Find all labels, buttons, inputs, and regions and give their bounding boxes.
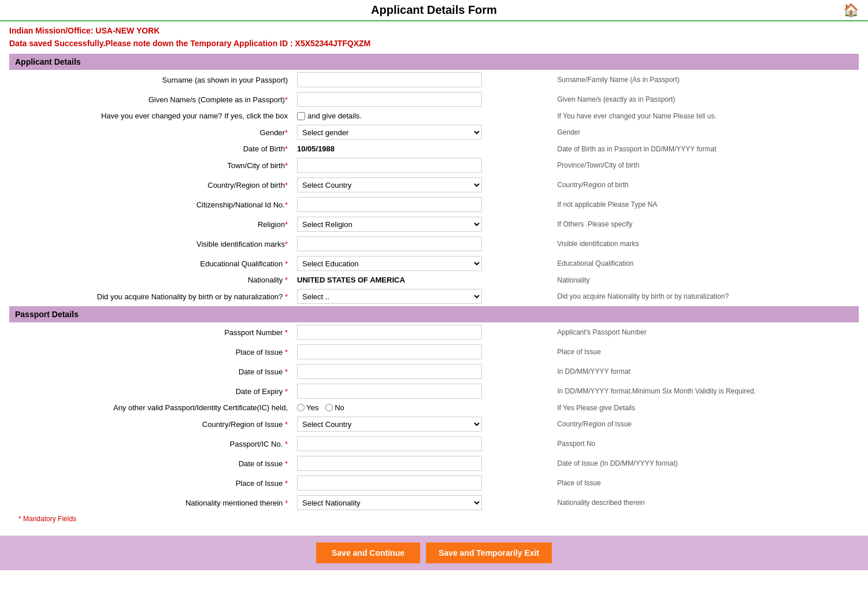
- other-passport-yes-label[interactable]: Yes: [297, 403, 318, 412]
- country-birth-select[interactable]: Select Country: [297, 177, 482, 192]
- country-birth-label: Country/Region of birth*: [9, 175, 292, 195]
- passport-form-table: Passport Number * Applicant's Passport N…: [9, 322, 859, 512]
- city-birth-input[interactable]: [297, 158, 482, 173]
- education-select[interactable]: Select Education Below Matriculation Mat…: [297, 256, 482, 271]
- table-row: Have you ever changed your name? If yes,…: [9, 109, 859, 122]
- table-row: Citizenship/National Id No.* If not appl…: [9, 195, 859, 214]
- mandatory-note: * Mandatory Fields: [9, 512, 859, 525]
- other-nationality-label: Nationality mentioned therein *: [9, 493, 292, 512]
- other-passport-number-input[interactable]: [297, 436, 482, 451]
- other-nationality-select[interactable]: Select Nationality: [297, 495, 482, 510]
- name-change-checkbox[interactable]: [297, 112, 305, 120]
- surname-hint: Surname/Family Name (As in Passport): [552, 70, 859, 90]
- religion-select[interactable]: Select Religion Hindu Muslim Christian S…: [297, 217, 482, 232]
- place-of-issue-input-cell: [292, 342, 552, 362]
- surname-input-cell: [292, 70, 552, 90]
- country-birth-input-cell: Select Country: [292, 175, 552, 195]
- other-country-hint: Country/Region of Issue: [552, 414, 859, 434]
- table-row: Nationality * UNITED STATES OF AMERICA N…: [9, 273, 859, 287]
- place-of-issue-label: Place of Issue *: [9, 342, 292, 362]
- other-passport-number-input-cell: [292, 434, 552, 454]
- given-name-label: Given Name/s (Complete as in Passport)*: [9, 90, 292, 109]
- other-date-of-issue-hint: Date of Issue (In DD/MM/YYYY format): [552, 454, 859, 473]
- other-date-of-issue-input[interactable]: [297, 456, 482, 471]
- other-passport-no-radio[interactable]: [325, 404, 333, 411]
- other-passport-label: Any other valid Passport/Identity Certif…: [9, 401, 292, 414]
- mandatory-text: Mandatory Fields: [23, 515, 76, 523]
- other-place-of-issue-input[interactable]: [297, 475, 482, 491]
- table-row: Town/City of birth* Province/Town/City o…: [9, 155, 859, 175]
- name-change-suffix: and give details.: [307, 112, 362, 120]
- other-nationality-hint: Nationality described therein: [552, 493, 859, 512]
- other-passport-number-hint: Passport No: [552, 434, 859, 454]
- gender-input-cell: Select gender Male Female Other: [292, 122, 552, 142]
- gender-select[interactable]: Select gender Male Female Other: [297, 125, 482, 140]
- national-id-hint: If not applicable Please Type NA: [552, 195, 859, 214]
- other-passport-yes-radio[interactable]: [297, 404, 305, 411]
- date-of-issue-hint: In DD/MM/YYYY format: [552, 362, 859, 381]
- visible-marks-label: Visible identification marks*: [9, 234, 292, 254]
- visible-marks-input-cell: [292, 234, 552, 254]
- other-country-label: Country/Region of Issue *: [9, 414, 292, 434]
- education-label: Educational Qualification *: [9, 254, 292, 273]
- other-date-of-issue-input-cell: [292, 454, 552, 473]
- table-row: Place of Issue * Place of Issue: [9, 473, 859, 493]
- given-name-input[interactable]: [297, 92, 482, 107]
- nationality-hint: Nationality: [552, 273, 859, 287]
- save-continue-button[interactable]: Save and Continue: [316, 543, 420, 563]
- home-icon[interactable]: 🏠: [843, 3, 859, 18]
- date-of-issue-input[interactable]: [297, 364, 482, 379]
- dob-value-cell: 10/05/1988: [292, 142, 552, 155]
- passport-section-header: Passport Details: [9, 306, 859, 322]
- visible-marks-input[interactable]: [297, 236, 482, 251]
- nationality-acquire-select[interactable]: Select .. By Birth By Naturalization: [297, 289, 482, 304]
- other-place-of-issue-input-cell: [292, 473, 552, 493]
- education-hint: Educational Qualification: [552, 254, 859, 273]
- other-place-of-issue-label: Place of Issue *: [9, 473, 292, 493]
- surname-label: Surname (as shown in your Passport): [9, 70, 292, 90]
- application-id: X5X52344JTFQXZM: [295, 39, 371, 48]
- applicant-section-header: Applicant Details: [9, 54, 859, 70]
- other-passport-no-label[interactable]: No: [325, 403, 344, 412]
- name-change-label: Have you ever changed your name? If yes,…: [9, 109, 292, 122]
- main-content: Indian Mission/Office: USA-NEW YORK Data…: [0, 21, 868, 530]
- applicant-form-table: Surname (as shown in your Passport) Surn…: [9, 70, 859, 306]
- national-id-input-cell: [292, 195, 552, 214]
- other-place-of-issue-hint: Place of Issue: [552, 473, 859, 493]
- city-birth-hint: Province/Town/City of birth: [552, 155, 859, 175]
- save-exit-button[interactable]: Save and Temporarily Exit: [426, 543, 552, 563]
- mission-line: Indian Mission/Office: USA-NEW YORK: [9, 26, 859, 35]
- table-row: Surname (as shown in your Passport) Surn…: [9, 70, 859, 90]
- place-of-issue-hint: Place of Issue: [552, 342, 859, 362]
- nationality-acquire-input-cell: Select .. By Birth By Naturalization: [292, 287, 552, 306]
- religion-hint: If Others .Please specify: [552, 214, 859, 234]
- nationality-label: Nationality *: [9, 273, 292, 287]
- table-row: Educational Qualification * Select Educa…: [9, 254, 859, 273]
- city-birth-input-cell: [292, 155, 552, 175]
- name-change-cell: and give details.: [292, 109, 552, 122]
- visible-marks-hint: Visible identification marks: [552, 234, 859, 254]
- date-of-expiry-input[interactable]: [297, 384, 482, 399]
- table-row: Visible identification marks* Visible id…: [9, 234, 859, 254]
- table-row: Date of Issue * In DD/MM/YYYY format: [9, 362, 859, 381]
- table-row: Date of Birth* 10/05/1988 Date of Birth …: [9, 142, 859, 155]
- passport-number-hint: Applicant's Passport Number: [552, 322, 859, 342]
- surname-input[interactable]: [297, 72, 482, 87]
- table-row: Country/Region of birth* Select Country …: [9, 175, 859, 195]
- page-wrapper: Applicant Details Form 🏠 Indian Mission/…: [0, 0, 868, 613]
- national-id-input[interactable]: [297, 197, 482, 212]
- country-birth-hint: Country/Region of birth: [552, 175, 859, 195]
- other-country-select[interactable]: Select Country: [297, 417, 482, 432]
- passport-number-input[interactable]: [297, 325, 482, 340]
- nationality-acquire-hint: Did you acquire Nationality by birth or …: [552, 287, 859, 306]
- saved-notice: Data saved Successfully.Please note down…: [9, 39, 859, 48]
- passport-number-input-cell: [292, 322, 552, 342]
- gender-label: Gender*: [9, 122, 292, 142]
- date-of-expiry-hint: In DD/MM/YYYY format.Minimum Six Month V…: [552, 381, 859, 401]
- other-passport-hint: If Yes Please give Details: [552, 401, 859, 414]
- table-row: Passport/IC No. * Passport No: [9, 434, 859, 454]
- table-row: Date of Issue * Date of Issue (In DD/MM/…: [9, 454, 859, 473]
- other-passport-radio-group: Yes No: [297, 403, 548, 412]
- place-of-issue-input[interactable]: [297, 344, 482, 359]
- dob-label: Date of Birth*: [9, 142, 292, 155]
